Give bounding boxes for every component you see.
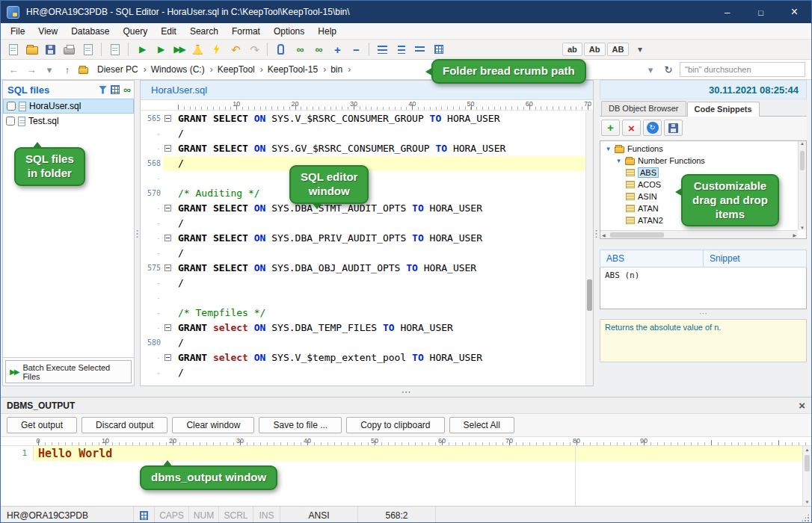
clear-window-button[interactable]: Clear window bbox=[172, 417, 254, 433]
refresh-icon[interactable] bbox=[662, 64, 675, 75]
add-column-button[interactable] bbox=[328, 41, 345, 58]
close-button[interactable] bbox=[778, 1, 811, 23]
commit-test-button[interactable] bbox=[189, 41, 206, 58]
new-file-button[interactable] bbox=[4, 41, 22, 58]
menu-options[interactable]: Options bbox=[267, 25, 311, 38]
tab-code-snippets[interactable]: Code Snippets bbox=[687, 102, 760, 117]
scroll-up-icon[interactable] bbox=[800, 141, 805, 146]
back-icon[interactable] bbox=[7, 64, 20, 75]
fold-marker-icon[interactable] bbox=[164, 205, 171, 211]
editor-line[interactable]: -GRANT SELECT ON SYS.GV_$RSRC_CONSUMER_G… bbox=[141, 141, 585, 156]
grid-view-icon[interactable] bbox=[111, 85, 120, 94]
breadcrumb-item-keeptool-15[interactable]: KeepTool-15 bbox=[266, 64, 327, 75]
file-row-test-sql[interactable]: Test.sql bbox=[3, 114, 134, 129]
editor-line[interactable]: -/* Tempfiles */ bbox=[141, 306, 585, 321]
fold-marker-icon[interactable] bbox=[164, 324, 171, 331]
execute-button[interactable] bbox=[133, 41, 150, 58]
editor-line[interactable]: -/ bbox=[141, 246, 585, 261]
history-dropdown-icon[interactable] bbox=[43, 64, 56, 75]
search-input[interactable] bbox=[680, 62, 805, 77]
menu-format[interactable]: Format bbox=[225, 25, 267, 38]
menu-edit[interactable]: Edit bbox=[154, 25, 183, 38]
delete-snippet-button[interactable]: × bbox=[622, 120, 641, 136]
tab-db-object-browser[interactable]: DB Object Browser bbox=[601, 101, 686, 116]
menu-query[interactable]: Query bbox=[117, 25, 155, 38]
menu-help[interactable]: Help bbox=[311, 25, 343, 38]
file-row-horauser-sql[interactable]: HoraUser.sql bbox=[3, 99, 134, 114]
horizontal-splitter[interactable] bbox=[1, 386, 811, 397]
tree-horizontal-scrollbar[interactable] bbox=[600, 230, 798, 238]
save-button[interactable] bbox=[42, 41, 59, 58]
batch-execute-button[interactable]: Batch Execute Selected Files bbox=[5, 360, 132, 383]
scroll-right-icon[interactable] bbox=[793, 232, 796, 238]
editor-line[interactable]: -/ bbox=[141, 365, 585, 380]
editor-tab[interactable]: HoraUser.sql bbox=[141, 81, 593, 100]
editor-line[interactable]: -/ bbox=[141, 276, 585, 291]
snippet-splitter[interactable] bbox=[600, 309, 807, 319]
expand-arrow-icon[interactable] bbox=[615, 157, 622, 164]
execute-all-button[interactable] bbox=[170, 41, 188, 58]
remove-column-button[interactable] bbox=[347, 41, 364, 58]
breadcrumb-item-windows-c[interactable]: Windows (C:) bbox=[150, 64, 215, 75]
dbms-close-icon[interactable]: × bbox=[799, 399, 805, 412]
editor-line[interactable]: 565GRANT SELECT ON SYS.V_$RSRC_CONSUMER_… bbox=[141, 111, 585, 126]
output-line[interactable]: 1Hello World bbox=[1, 446, 811, 461]
indent-button[interactable] bbox=[374, 41, 391, 58]
snippet-body[interactable]: ABS (n) bbox=[600, 267, 807, 309]
right-splitter[interactable] bbox=[594, 80, 599, 386]
execute-script-button[interactable] bbox=[152, 41, 169, 58]
editor-scrollbar[interactable] bbox=[585, 111, 593, 386]
dbms-output-area[interactable]: 1Hello World bbox=[1, 446, 811, 506]
open-folder-button[interactable] bbox=[23, 41, 40, 58]
editor-line[interactable]: 580/ bbox=[141, 335, 585, 350]
select-all-button[interactable]: Select All bbox=[449, 417, 514, 433]
editor-line[interactable]: - bbox=[141, 291, 585, 306]
print-preview-button[interactable] bbox=[79, 41, 96, 58]
tree-vscroll-thumb[interactable] bbox=[800, 151, 805, 170]
lowercase-button[interactable]: ab bbox=[562, 43, 582, 56]
editor-line[interactable]: -GRANT select ON SYS.V_$temp_extent_pool… bbox=[141, 350, 585, 365]
binoculars-icon[interactable] bbox=[123, 84, 129, 95]
add-snippet-button[interactable] bbox=[601, 120, 620, 136]
print-button[interactable] bbox=[61, 41, 78, 58]
fold-marker-icon[interactable] bbox=[164, 145, 171, 152]
menu-database[interactable]: Database bbox=[64, 25, 116, 38]
undo-button[interactable] bbox=[227, 41, 244, 58]
editor-scrollbar-thumb[interactable] bbox=[587, 279, 592, 311]
sort-button[interactable] bbox=[430, 41, 447, 58]
copy-to-clipboard-button[interactable]: Copy to clipboard bbox=[346, 417, 444, 433]
fold-marker-icon[interactable] bbox=[164, 264, 171, 271]
editor-line[interactable]: -/ bbox=[141, 216, 585, 231]
address-dropdown-icon[interactable] bbox=[644, 64, 657, 75]
case-dropdown-button[interactable] bbox=[630, 41, 648, 58]
get-output-button[interactable]: Get output bbox=[7, 417, 77, 433]
editor-line[interactable]: 575GRANT SELECT ON SYS.DBA_OBJ_AUDIT_OPT… bbox=[141, 261, 585, 276]
tree-item-functions[interactable]: Functions bbox=[600, 143, 798, 155]
dbms-scroll-down-icon[interactable] bbox=[805, 500, 810, 504]
fold-marker-icon[interactable] bbox=[164, 115, 171, 122]
attach-button[interactable] bbox=[272, 41, 289, 58]
new-query-button[interactable] bbox=[208, 41, 225, 58]
capitalize-button[interactable]: Ab bbox=[584, 43, 606, 56]
dbms-scroll-up-icon[interactable] bbox=[805, 448, 810, 452]
file-checkbox-test-sql[interactable] bbox=[6, 117, 15, 126]
forward-icon[interactable] bbox=[25, 64, 38, 75]
dbms-scroll-thumb[interactable] bbox=[805, 455, 810, 471]
editor-code-area[interactable]: 565GRANT SELECT ON SYS.V_$RSRC_CONSUMER_… bbox=[141, 111, 585, 386]
fold-marker-icon[interactable] bbox=[164, 235, 171, 241]
expand-arrow-icon[interactable] bbox=[605, 145, 612, 152]
code-library-button[interactable] bbox=[291, 41, 308, 58]
maximize-button[interactable] bbox=[744, 1, 778, 23]
tree-item-number-functions[interactable]: Number Functions bbox=[600, 155, 798, 167]
dbms-scrollbar[interactable] bbox=[802, 446, 811, 506]
code-templates-button[interactable] bbox=[310, 41, 327, 58]
breadcrumb-item-dieser-pc[interactable]: Dieser PC bbox=[96, 64, 148, 75]
format-code-button[interactable] bbox=[411, 41, 428, 58]
editor-line[interactable]: -GRANT SELECT ON SYS.DBA_PRIV_AUDIT_OPTS… bbox=[141, 231, 585, 246]
outdent-button[interactable] bbox=[393, 41, 410, 58]
scroll-left-icon[interactable] bbox=[602, 232, 606, 238]
menu-file[interactable]: File bbox=[4, 25, 31, 38]
minimize-button[interactable] bbox=[710, 1, 744, 23]
tree-hscroll-thumb[interactable] bbox=[610, 232, 664, 238]
refresh-snippets-button[interactable] bbox=[643, 120, 662, 136]
